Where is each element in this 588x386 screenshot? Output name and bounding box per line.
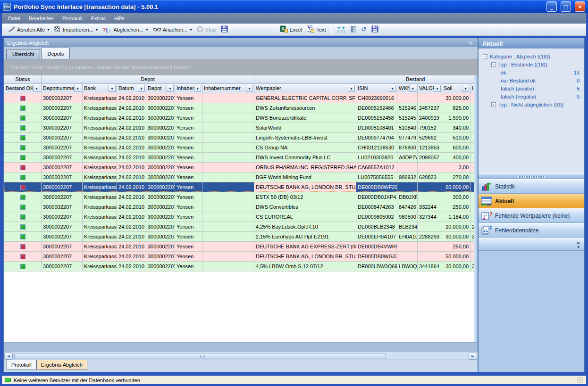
- cell-bank[interactable]: Kreissparkasse: [83, 123, 117, 132]
- stop-button[interactable]: Stop: [194, 25, 218, 34]
- cell-soll[interactable]: 510,00: [442, 132, 470, 142]
- tab-protokoll[interactable]: Protokoll: [7, 360, 36, 370]
- cell-isin[interactable]: DE0009774794: [356, 132, 397, 142]
- cell-valor[interactable]: 3441864: [418, 261, 442, 271]
- cell-inhabernummer[interactable]: [202, 231, 254, 241]
- status-cell[interactable]: [4, 132, 42, 142]
- cell-wkn[interactable]: DB0JXP: [397, 192, 418, 202]
- cell-depot[interactable]: 3000002207: [146, 231, 175, 241]
- cell-wkn[interactable]: 977479: [397, 132, 418, 142]
- column-header-valor[interactable]: VALOR▼: [418, 83, 442, 93]
- cell-inhaber[interactable]: Yensen: [175, 162, 202, 172]
- nav-button-statistik[interactable]: Statistik: [479, 179, 584, 194]
- cell-inhaber[interactable]: Yensen: [175, 241, 202, 251]
- status-cell[interactable]: [4, 152, 42, 162]
- filter-dropdown-icon[interactable]: ▼: [389, 85, 396, 92]
- cell-wkn[interactable]: [397, 162, 418, 172]
- cell-datum[interactable]: 24.02.2010: [117, 202, 146, 212]
- cell-depotnummer[interactable]: 3000002207: [42, 231, 83, 241]
- cell-depotnummer[interactable]: 3000002207: [42, 172, 83, 182]
- cell-inhaber[interactable]: Yensen: [175, 172, 202, 182]
- cell-datum[interactable]: 24.02.2010: [117, 251, 146, 261]
- cell-valor[interactable]: 1213853: [418, 142, 442, 152]
- cell-datum[interactable]: 24.02.2010: [117, 142, 146, 152]
- tree-item[interactable]: −Kategorie : Abgleich ((18)): [479, 52, 584, 60]
- status-cell[interactable]: [4, 93, 42, 103]
- table-row[interactable]: 3000002207Kreissparkasse24.02.2010300000…: [4, 162, 474, 172]
- cell-isin[interactable]: DE0009805002: [356, 212, 397, 222]
- cell-soll[interactable]: 250,00: [442, 202, 470, 212]
- cell-datum[interactable]: 24.02.2010: [117, 93, 146, 103]
- cell-inhabernummer[interactable]: [202, 261, 254, 271]
- cell-inhabernummer[interactable]: [202, 192, 254, 202]
- cell-bank[interactable]: Kreissparkasse: [83, 261, 117, 271]
- cell-valor[interactable]: [418, 182, 442, 192]
- cell-isin[interactable]: DE000DB0WF20: [356, 182, 397, 192]
- status-cell[interactable]: [4, 182, 42, 192]
- tab-uebersicht[interactable]: Übersicht: [6, 49, 40, 59]
- table-row[interactable]: 3000002207Kreissparkasse24.02.2010300000…: [4, 123, 474, 132]
- horizontal-scrollbar[interactable]: ◄ ►: [4, 352, 478, 360]
- cell-inhabernummer[interactable]: [202, 132, 254, 142]
- tree-item[interactable]: −Typ : Bestände ((18)): [479, 60, 584, 68]
- cell-wkn[interactable]: [397, 241, 418, 251]
- cell-valor[interactable]: 332244: [418, 202, 442, 212]
- cell-bank[interactable]: Kreissparkasse: [83, 192, 117, 202]
- menu-bearbeiten[interactable]: Bearbeiten: [25, 14, 58, 23]
- cell-wertpapier[interactable]: ORBUS PHARMA INC. REGISTERED SHARES: [254, 162, 356, 172]
- status-cell[interactable]: [4, 261, 42, 271]
- cell-wertpapier[interactable]: ESTX 50 (DB) 03/12: [254, 192, 356, 202]
- cell-depotnummer[interactable]: 3000002207: [42, 103, 83, 113]
- cell-depot[interactable]: 3000002207: [146, 123, 175, 132]
- table-row[interactable]: 3000002207Kreissparkasse24.02.2010300000…: [4, 192, 474, 202]
- status-cell[interactable]: [4, 123, 42, 132]
- cell-inhaber[interactable]: Yensen: [175, 132, 202, 142]
- cell-bank[interactable]: Kreissparkasse: [83, 162, 117, 172]
- cell-inhabernummer[interactable]: [202, 152, 254, 162]
- filter-dropdown-icon[interactable]: ▼: [167, 85, 174, 92]
- tree-item[interactable]: ok13: [479, 68, 584, 76]
- cell-depotnummer[interactable]: 3000002207: [42, 251, 83, 261]
- cell-depot[interactable]: 3000002207: [146, 162, 175, 172]
- cell-datum[interactable]: 24.02.2010: [117, 241, 146, 251]
- menu-hilfe[interactable]: Hilfe: [110, 14, 129, 23]
- scrollbar-thumb[interactable]: [14, 353, 386, 359]
- cell-depotnummer[interactable]: 3000002207: [42, 202, 83, 212]
- nav-button-fehlerdatens-tze[interactable]: FFehlerdatensätze: [479, 223, 584, 238]
- cell-bank[interactable]: Kreissparkasse: [83, 103, 117, 113]
- cell-depot[interactable]: 3000002207: [146, 222, 175, 231]
- cell-valor[interactable]: 620823: [418, 172, 442, 182]
- filter-dropdown-icon[interactable]: ▼: [246, 85, 253, 92]
- cell-depotnummer[interactable]: 3000002207: [42, 241, 83, 251]
- cell-valor[interactable]: [418, 251, 442, 261]
- cell-depotnummer[interactable]: 3000002207: [42, 142, 83, 152]
- cell-bank[interactable]: Kreissparkasse: [83, 222, 117, 231]
- cell-wkn[interactable]: 986932: [397, 172, 418, 182]
- cell-soll[interactable]: 825,00: [442, 103, 470, 113]
- cell-wertpapier[interactable]: DWS Bonuszertifikate: [254, 113, 356, 123]
- cell-inhabernummer[interactable]: [202, 172, 254, 182]
- cell-bank[interactable]: Kreissparkasse: [83, 182, 117, 192]
- tab-depots[interactable]: Depots: [41, 48, 70, 59]
- cell-isin[interactable]: DE000BLB2348: [356, 222, 397, 231]
- cell-inhaber[interactable]: Yensen: [175, 222, 202, 231]
- nav-more-row[interactable]: » ▼: [479, 238, 584, 251]
- cell-wertpapier[interactable]: DWS Convertibles: [254, 202, 356, 212]
- cell-isin[interactable]: LU0210303920: [356, 152, 397, 162]
- cell-inhabernummer[interactable]: [202, 202, 254, 212]
- cell-wertpapier[interactable]: BGF World Mining Fund: [254, 172, 356, 182]
- status-cell[interactable]: [4, 103, 42, 113]
- cell-inhaber[interactable]: Yensen: [175, 212, 202, 222]
- cell-soll[interactable]: 300,00: [442, 192, 470, 202]
- cell-wertpapier[interactable]: DWS Invest Commodity Plus LC: [254, 152, 356, 162]
- table-row[interactable]: 3000002207Kreissparkasse24.02.2010300000…: [4, 212, 474, 222]
- group-by-hint[interactable]: Um nach einer Spalte zu gruppieren, zieh…: [4, 59, 478, 75]
- cell-soll[interactable]: 30.000,00: [442, 261, 470, 271]
- cell-depot[interactable]: 3000002207: [146, 241, 175, 251]
- cell-wertpapier[interactable]: CS Group NA: [254, 142, 356, 152]
- expand-icon[interactable]: +: [491, 102, 496, 107]
- cell-datum[interactable]: 24.02.2010: [117, 212, 146, 222]
- tree-item[interactable]: falsch (positiv)5: [479, 84, 584, 92]
- vertical-scrollbar[interactable]: [474, 75, 478, 342]
- cell-bank[interactable]: Kreissparkasse: [83, 231, 117, 241]
